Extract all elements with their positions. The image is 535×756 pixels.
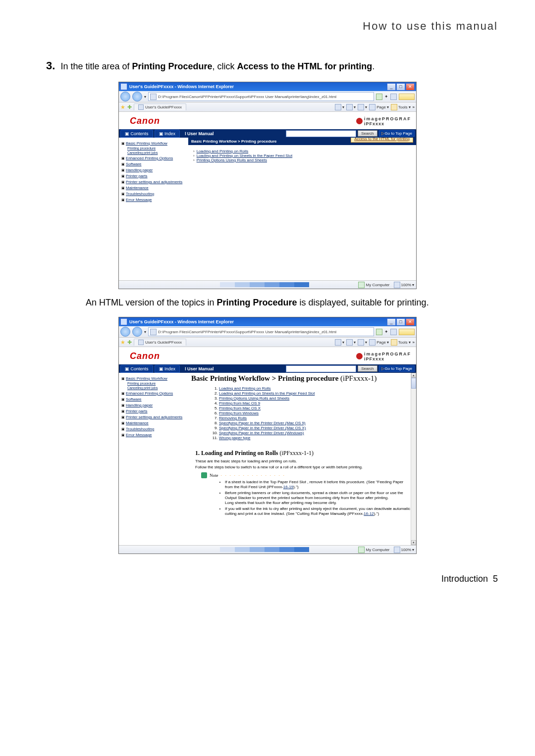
- sidebar-item[interactable]: ▣Software: [121, 162, 186, 166]
- browser-tab[interactable]: User's GuideiPFxxxx: [134, 103, 186, 110]
- goto-top-link[interactable]: Go to Top Page: [379, 365, 415, 372]
- topic-link[interactable]: Specifying Paper in the Printer Driver (…: [219, 426, 416, 431]
- stop-icon[interactable]: [390, 329, 397, 335]
- sidebar-item[interactable]: ▣Software: [121, 397, 186, 402]
- back-button[interactable]: [120, 327, 130, 337]
- sidebar-item[interactable]: ▣Printer settings and adjustments: [121, 415, 186, 419]
- topic-link[interactable]: Loading and Printing on Sheets in the Pa…: [219, 391, 416, 396]
- browser-tab[interactable]: User's GuideiPFxxxx: [134, 339, 186, 346]
- go-icon[interactable]: [376, 329, 382, 335]
- minimize-button[interactable]: _: [387, 83, 396, 91]
- sidebar-subitem[interactable]: Printing procedure: [127, 382, 186, 385]
- sidebar-item[interactable]: ▣Enhanced Printing Options: [121, 156, 186, 160]
- maximize-button[interactable]: □: [396, 83, 405, 91]
- favorites-icon[interactable]: ★: [120, 104, 125, 110]
- access-html-link[interactable]: Access to the HTML for printing: [351, 138, 413, 143]
- tools-menu-icon: [391, 339, 397, 346]
- sidebar-item[interactable]: ▣Handling paper: [121, 168, 186, 172]
- contents-tab[interactable]: ▣ Contents: [120, 365, 153, 373]
- favorites-icon[interactable]: ★: [120, 339, 125, 346]
- forward-button[interactable]: [132, 327, 142, 337]
- sidebar-item[interactable]: ▣Enhanced Printing Options: [121, 391, 186, 396]
- topic-link[interactable]: Wrong paper type: [219, 436, 416, 441]
- note-bullets: If a sheet is loaded in the Top Paper Fe…: [205, 480, 411, 516]
- search-input[interactable]: [286, 365, 356, 372]
- result-text: An HTML version of the topics in Printin…: [86, 296, 498, 309]
- note-link[interactable]: 16-12: [364, 511, 374, 516]
- topic-link[interactable]: Printing Options Using Rolls and Sheets: [219, 396, 416, 401]
- topic-link[interactable]: Removing Rolls: [219, 416, 416, 421]
- add-favorites-icon[interactable]: ✚: [127, 339, 132, 346]
- user-manual-label: ⁞User Manual: [185, 131, 286, 136]
- page-icon: [150, 94, 157, 100]
- sidebar: ▣Basic Printing Workflow Printing proced…: [119, 138, 188, 280]
- scrollbar[interactable]: ▴ ▾: [411, 373, 416, 545]
- sidebar-item[interactable]: ▣Basic Printing Workflow: [121, 376, 186, 381]
- topic-link[interactable]: Printing from Mac OS 9: [219, 401, 416, 406]
- goto-top-link[interactable]: Go to Top Page: [379, 130, 415, 137]
- home-icon: [335, 104, 341, 110]
- screenshot-2: User's GuideiPFxxxx - Windows Internet E…: [118, 317, 417, 554]
- print-icon: [358, 339, 364, 346]
- topic-link[interactable]: Specifying Paper in the Printer Driver (…: [219, 421, 416, 426]
- sidebar-item[interactable]: ▣Basic Printing Workflow: [121, 141, 186, 146]
- panel-header: ▣ Contents ▣ Index ⁞User Manual Search G…: [119, 129, 416, 138]
- scroll-thumb[interactable]: [411, 378, 416, 389]
- sidebar-item[interactable]: ▣Printer settings and adjustments: [121, 180, 186, 184]
- sidebar-item[interactable]: ▣Error Message: [121, 433, 186, 437]
- sidebar-item[interactable]: ▣Handling paper: [121, 403, 186, 407]
- scroll-up-button[interactable]: ▴: [411, 373, 416, 378]
- back-button[interactable]: [120, 92, 130, 101]
- forward-button[interactable]: [132, 92, 142, 101]
- feeds-icon: [346, 339, 353, 346]
- content-link[interactable]: ›Loading and Printing on Rolls: [193, 149, 354, 153]
- sidebar-item[interactable]: ▣Troubleshooting: [121, 192, 186, 196]
- sidebar-item[interactable]: ▣Maintenance: [121, 421, 186, 425]
- search-icon[interactable]: [399, 329, 415, 335]
- note-item: If a sheet is loaded in the Top Paper Fe…: [225, 480, 411, 490]
- add-favorites-icon[interactable]: ✚: [127, 104, 132, 110]
- sidebar-item[interactable]: ▣Printer parts: [121, 174, 186, 178]
- page-header: How to use this manual: [37, 20, 498, 33]
- index-tab[interactable]: ▣ Index: [155, 130, 180, 138]
- content-link[interactable]: ›Loading and Printing on Sheets in the P…: [193, 153, 416, 158]
- index-tab[interactable]: ▣ Index: [155, 365, 180, 373]
- address-bar[interactable]: D:\Program Files\Canon\iPFPrinter\iPFxxx…: [148, 327, 374, 336]
- zoom-label[interactable]: 100%▾: [394, 547, 414, 553]
- go-icon[interactable]: [376, 94, 382, 100]
- topic-link[interactable]: Printing from Windows: [219, 411, 416, 416]
- topic-link[interactable]: Loading and Printing on Rolls: [219, 386, 416, 391]
- topic-link[interactable]: Printing from Mac OS X: [219, 406, 416, 411]
- note-link[interactable]: 16-19: [283, 485, 293, 489]
- content-link[interactable]: ›Printing Options Using Rolls and Sheets: [193, 158, 416, 162]
- search-button[interactable]: Search: [358, 130, 377, 137]
- sidebar-item[interactable]: ▣Printer parts: [121, 409, 186, 413]
- zoom-icon: [394, 547, 400, 553]
- paragraph: These are the basic steps for loading an…: [195, 459, 411, 464]
- maximize-button[interactable]: □: [396, 318, 405, 326]
- sidebar-item[interactable]: ▣Error Message: [121, 198, 186, 202]
- address-bar[interactable]: D:\Program Files\Canon\iPFPrinter\iPFxxx…: [148, 92, 374, 101]
- stop-icon[interactable]: [390, 94, 397, 100]
- sidebar-subitem[interactable]: Canceling print jobs: [127, 151, 186, 154]
- zone-icon: [358, 282, 365, 288]
- sidebar-subitem[interactable]: Canceling print jobs: [127, 386, 186, 390]
- minimize-button[interactable]: _: [387, 318, 396, 326]
- sidebar-item[interactable]: ▣Troubleshooting: [121, 427, 186, 431]
- close-button[interactable]: ✕: [406, 318, 415, 326]
- search-input[interactable]: [286, 130, 356, 137]
- canon-logo: Canon: [130, 116, 160, 126]
- prograf-logo: imagePROGRAF iPFxxxx: [356, 116, 411, 126]
- search-button[interactable]: Search: [358, 365, 377, 372]
- close-button[interactable]: ✕: [406, 83, 415, 91]
- topic-list: Loading and Printing on Rolls Loading an…: [199, 386, 416, 441]
- zoom-label[interactable]: 100%▾: [394, 282, 414, 288]
- step-number: 3.: [46, 59, 55, 72]
- search-icon[interactable]: [399, 94, 415, 100]
- topic-link[interactable]: Specifying Paper in the Printer Driver (…: [219, 431, 416, 436]
- scroll-down-button[interactable]: ▾: [411, 540, 416, 545]
- contents-tab[interactable]: ▣ Contents: [120, 130, 153, 138]
- note-box: Note · · · · · · · · · · · · · · ·: [201, 472, 416, 478]
- sidebar-item[interactable]: ▣Maintenance: [121, 186, 186, 190]
- sidebar-subitem[interactable]: Printing procedure: [127, 147, 186, 150]
